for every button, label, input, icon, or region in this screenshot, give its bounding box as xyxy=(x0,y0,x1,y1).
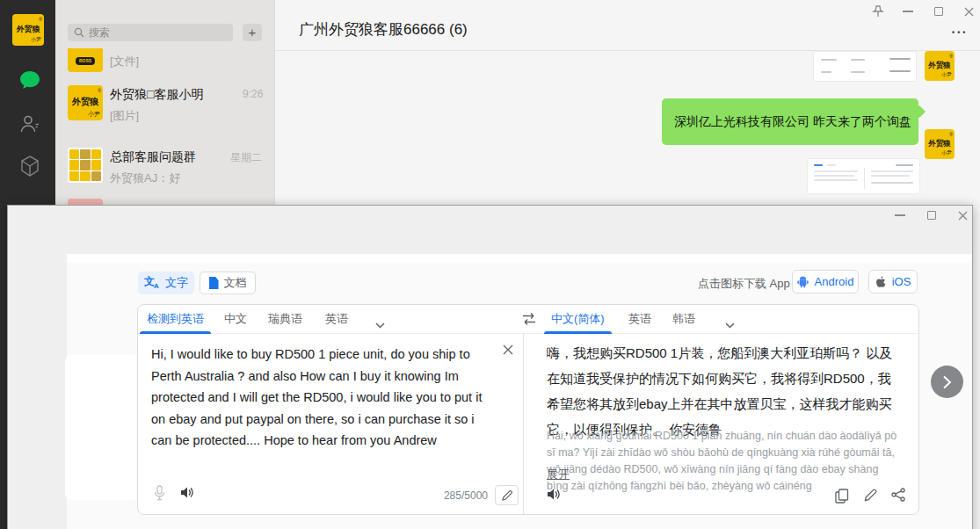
tab-text-translate[interactable]: 文A 文字 xyxy=(138,272,194,294)
add-chat-button[interactable]: + xyxy=(243,24,262,41)
clear-source-icon[interactable] xyxy=(502,344,518,359)
message-text: 深圳亿上光科技有限公司 昨天来了两个询盘 xyxy=(674,114,911,130)
doc-icon xyxy=(209,277,219,289)
moments-cube-nav-icon[interactable] xyxy=(18,155,41,178)
peer-avatar[interactable]: 外贸狼 ® 小尹 xyxy=(925,129,955,159)
close-button[interactable] xyxy=(961,4,976,19)
next-card-button[interactable] xyxy=(931,366,963,398)
swap-languages-icon[interactable] xyxy=(521,312,537,330)
share-icon[interactable] xyxy=(891,488,905,505)
close-button[interactable] xyxy=(955,207,970,223)
previous-translation-card-peek xyxy=(65,355,139,500)
chat-item-time: 星期二 xyxy=(230,150,262,165)
next-arrow-icon xyxy=(942,375,952,389)
chat-item-group-avatar[interactable] xyxy=(68,148,103,183)
ios-download-button[interactable]: iOS xyxy=(868,270,918,293)
wen-a-translate-icon: 文A xyxy=(144,274,160,289)
pencil-icon[interactable] xyxy=(864,489,877,505)
speaker-icon[interactable] xyxy=(180,486,194,503)
android-icon xyxy=(797,276,809,288)
user-avatar[interactable]: 外贸狼 ® 小尹 xyxy=(12,14,44,46)
peer-avatar[interactable]: 外贸狼 ® 小尹 xyxy=(925,51,955,81)
chat-item-avatar[interactable]: 外贸狼 ® 小尹 xyxy=(68,85,103,120)
speaker-icon[interactable] xyxy=(547,488,561,504)
pin-icon[interactable] xyxy=(870,4,886,19)
chat-item-title[interactable]: 外贸狼□客服小明 xyxy=(110,87,203,103)
conversation-title: 广州外贸狼客服66666 (6) xyxy=(299,19,468,40)
text-message-bubble[interactable]: 深圳亿上光科技有限公司 昨天来了两个询盘 xyxy=(662,98,918,145)
download-hint: 点击图标下载 App xyxy=(698,276,790,292)
chat-item-subtitle[interactable]: 外贸狼AJ：好 xyxy=(110,170,180,186)
chevron-down-icon[interactable] xyxy=(725,316,735,332)
translation-text: 嗨，我想购买RD500 1片装，您船到澳大利亚珀斯吗？ 以及在知道我受保护的情况… xyxy=(547,340,895,442)
source-lang-tab[interactable]: 英语 xyxy=(318,305,355,334)
contacts-nav-icon[interactable] xyxy=(18,112,41,135)
tab-doc-translate[interactable]: 文档 xyxy=(200,272,256,294)
char-counter: 285/5000 xyxy=(391,489,488,502)
avatar-brand-text: 外贸狼 xyxy=(12,24,44,35)
copy-icon[interactable] xyxy=(835,489,849,507)
translator-toolbar-strip xyxy=(67,254,972,263)
edit-source-button[interactable] xyxy=(495,485,519,505)
maximize-button[interactable] xyxy=(924,207,940,223)
minimize-button[interactable] xyxy=(892,207,908,223)
target-lang-tab-active[interactable]: 中文(简体) xyxy=(544,305,612,334)
apple-icon xyxy=(875,276,886,288)
image-message[interactable] xyxy=(807,158,920,194)
mic-icon[interactable] xyxy=(154,485,165,504)
minimize-button[interactable] xyxy=(900,4,916,19)
expand-link[interactable]: 展开 xyxy=(547,467,570,482)
pencil-icon xyxy=(502,490,512,501)
maximize-button[interactable] xyxy=(931,4,947,19)
screenshot-root: 外贸狼 ® 小尹 搜索 + BOSS [文件] xyxy=(0,0,980,529)
chevron-down-icon[interactable] xyxy=(375,316,385,332)
search-icon xyxy=(74,27,84,38)
translator-window: 文A 文字 文档 点击图标下载 App Android iOS 检测到英语 中文… xyxy=(7,205,973,529)
pinyin-text: Hāi, wǒ xiǎng gòumǎi RD500 1 piàn zhuāng… xyxy=(547,428,898,495)
source-lang-tab-detected[interactable]: 检测到英语 xyxy=(140,305,211,334)
source-lang-tab[interactable]: 中文 xyxy=(217,305,254,334)
translation-card: 检测到英语 中文 瑞典语 英语 中文(简体) 英语 韩语 Hi, I would… xyxy=(137,304,919,515)
chat-item-avatar[interactable]: BOSS xyxy=(68,48,103,72)
target-lang-tab[interactable]: 英语 xyxy=(621,305,658,334)
chat-item-subtitle[interactable]: [文件] xyxy=(110,54,139,69)
image-message[interactable] xyxy=(813,51,917,82)
chat-more-menu[interactable]: ••• xyxy=(952,28,968,37)
search-input[interactable]: 搜索 xyxy=(68,24,233,41)
chats-nav-icon[interactable] xyxy=(18,69,41,91)
source-text-area[interactable]: Hi, I would like to buy RD500 1 piece un… xyxy=(151,344,496,452)
target-lang-tab[interactable]: 韩语 xyxy=(665,305,702,334)
source-lang-tab[interactable]: 瑞典语 xyxy=(261,305,309,334)
chat-item-time: 9:26 xyxy=(243,88,262,100)
boss-badge: BOSS xyxy=(76,57,95,65)
chat-item-title[interactable]: 总部客服问题群 xyxy=(110,149,196,165)
panel-divider xyxy=(523,334,524,514)
chat-item-subtitle[interactable]: [图片] xyxy=(110,108,139,124)
android-download-button[interactable]: Android xyxy=(792,270,859,293)
search-placeholder: 搜索 xyxy=(89,25,110,40)
